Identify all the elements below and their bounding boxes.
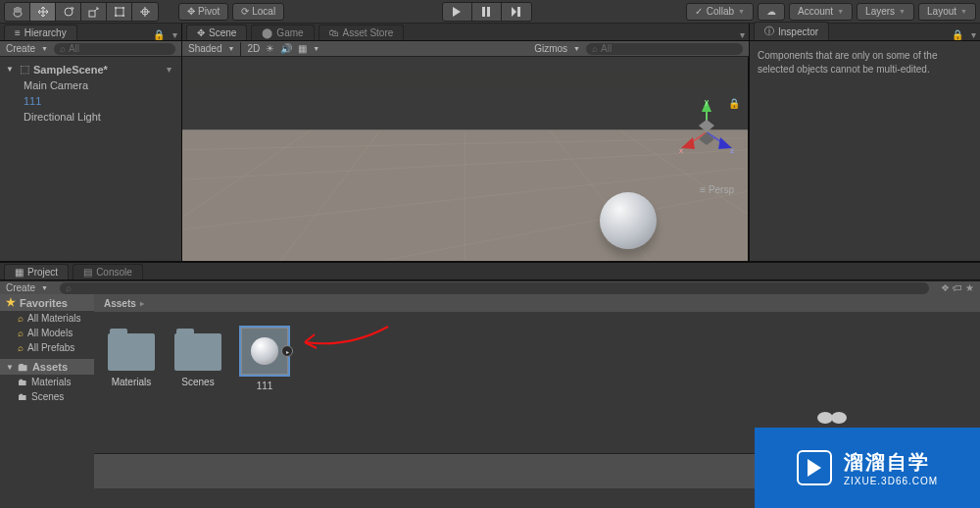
hierarchy-icon: ≡ bbox=[15, 27, 21, 38]
asset-scenes-folder[interactable]: Scenes bbox=[172, 328, 223, 437]
scene-menu-icon[interactable]: ▾ bbox=[736, 29, 749, 40]
open-prefab-icon[interactable]: ▸ bbox=[281, 345, 293, 357]
folder-scenes[interactable]: 🖿Scenes bbox=[0, 389, 94, 404]
favorites-header[interactable]: ★Favorites bbox=[0, 294, 94, 311]
store-icon: 🛍 bbox=[329, 27, 339, 38]
svg-point-0 bbox=[65, 8, 73, 16]
breadcrumb[interactable]: Assets ▸ bbox=[94, 294, 980, 312]
hierarchy-create-button[interactable]: Create bbox=[6, 43, 35, 54]
tag-icon[interactable]: 🏷 bbox=[953, 282, 962, 293]
svg-text:z: z bbox=[730, 146, 734, 155]
tab-project[interactable]: ▦Project bbox=[4, 264, 69, 279]
hierarchy-tree: ▼⬚SampleScene*▾ Main Camera 111 Directio… bbox=[0, 57, 181, 128]
pause-button[interactable] bbox=[472, 3, 502, 21]
pivot-group: ✥Pivot ⟳Local bbox=[178, 3, 288, 21]
account-dropdown[interactable]: Account▼ bbox=[789, 3, 853, 21]
inspector-lock-icon[interactable]: 🔒 bbox=[948, 29, 967, 40]
layers-label: Layers bbox=[865, 6, 895, 17]
shading-dropdown[interactable]: Shaded bbox=[188, 43, 221, 54]
2d-toggle[interactable]: 2D bbox=[247, 43, 260, 54]
project-icon: ▦ bbox=[15, 267, 24, 278]
gizmos-dropdown[interactable]: Gizmos bbox=[534, 43, 567, 54]
inspector-menu-icon[interactable]: ▾ bbox=[967, 29, 980, 40]
pivot-button[interactable]: ✥Pivot bbox=[178, 3, 228, 21]
layers-dropdown[interactable]: Layers▼ bbox=[857, 3, 914, 21]
svg-rect-9 bbox=[487, 7, 490, 17]
audio-toggle[interactable]: 🔊 bbox=[280, 43, 292, 54]
asset-prefab-111[interactable]: ▸ 111 bbox=[239, 328, 290, 437]
scale-tool[interactable] bbox=[81, 3, 107, 21]
sphere-object[interactable] bbox=[600, 192, 657, 249]
light-toggle[interactable]: ☀ bbox=[266, 43, 274, 54]
fav-all-models[interactable]: ⌕All Models bbox=[0, 326, 94, 340]
tab-asset-store[interactable]: 🛍Asset Store bbox=[318, 25, 405, 40]
console-icon: ▤ bbox=[83, 267, 92, 278]
gizmo-lock-icon[interactable]: 🔒 bbox=[728, 98, 740, 109]
scene-search[interactable]: ⌕All bbox=[586, 43, 743, 55]
folder-materials[interactable]: 🖿Materials bbox=[0, 375, 94, 389]
move-tool[interactable] bbox=[30, 3, 56, 21]
tab-hierarchy[interactable]: ≡Hierarchy bbox=[4, 25, 77, 40]
fx-toggle[interactable]: ▦ bbox=[298, 43, 307, 54]
scene-node[interactable]: ▼⬚SampleScene*▾ bbox=[0, 61, 181, 77]
svg-text:y: y bbox=[705, 98, 709, 106]
search-icon: ⌕ bbox=[592, 43, 598, 54]
perspective-label[interactable]: ≡ Persp bbox=[700, 184, 734, 195]
scene-viewport[interactable]: y x z 🔒 ≡ Persp bbox=[182, 57, 749, 261]
tree-item-camera[interactable]: Main Camera bbox=[0, 77, 181, 93]
folder-icon bbox=[174, 333, 221, 371]
play-controls bbox=[442, 2, 532, 22]
cloud-button[interactable]: ☁ bbox=[758, 3, 785, 21]
filter-icon[interactable]: ❖ bbox=[941, 282, 950, 293]
hierarchy-panel: ≡Hierarchy 🔒 ▾ Create▼ ⌕All ▼⬚SampleScen… bbox=[0, 24, 182, 261]
rect-tool[interactable] bbox=[107, 3, 132, 21]
fav-all-materials[interactable]: ⌕All Materials bbox=[0, 311, 94, 326]
asset-materials-folder[interactable]: Materials bbox=[106, 328, 157, 437]
local-button[interactable]: ⟳Local bbox=[232, 3, 284, 21]
layout-dropdown[interactable]: Layout▼ bbox=[918, 3, 976, 21]
game-icon: ⬤ bbox=[262, 27, 272, 38]
rotate-tool[interactable] bbox=[56, 3, 81, 21]
tree-item-light[interactable]: Directional Light bbox=[0, 109, 181, 125]
scene-panel: ✥Scene ⬤Game 🛍Asset Store ▾ Shaded▼ 2D ☀… bbox=[182, 24, 749, 261]
collab-label: Collab bbox=[707, 6, 734, 17]
transform-tools bbox=[4, 2, 159, 22]
tab-console[interactable]: ▤Console bbox=[73, 264, 143, 279]
svg-rect-12 bbox=[182, 90, 748, 129]
project-search[interactable]: ⌕ bbox=[60, 282, 929, 294]
svg-rect-2 bbox=[116, 8, 123, 16]
assets-header[interactable]: ▼🖿Assets bbox=[0, 359, 94, 375]
svg-point-35 bbox=[831, 412, 847, 424]
fav-all-prefabs[interactable]: ⌕All Prefabs bbox=[0, 340, 94, 355]
collab-dropdown[interactable]: ✓Collab▼ bbox=[686, 3, 754, 21]
svg-text:x: x bbox=[679, 146, 683, 155]
transform-tool[interactable] bbox=[132, 3, 158, 21]
inspector-panel: ⓘInspector 🔒 ▾ Components that are only … bbox=[749, 24, 980, 261]
cloud-icon: ☁ bbox=[766, 6, 776, 17]
orientation-gizmo[interactable]: y x z bbox=[677, 98, 736, 167]
unity-icon: ⬚ bbox=[20, 63, 29, 76]
hierarchy-menu-icon[interactable]: ▾ bbox=[169, 29, 181, 40]
play-button[interactable] bbox=[443, 3, 472, 21]
layout-label: Layout bbox=[927, 6, 956, 17]
project-create-button[interactable]: Create bbox=[6, 282, 35, 293]
step-button[interactable] bbox=[502, 3, 531, 21]
tab-inspector[interactable]: ⓘInspector bbox=[754, 22, 829, 40]
svg-marker-33 bbox=[699, 132, 714, 145]
hierarchy-title: Hierarchy bbox=[24, 27, 67, 38]
pivot-label: Pivot bbox=[198, 6, 220, 17]
hand-tool[interactable] bbox=[5, 3, 30, 21]
tree-item-111[interactable]: 111 bbox=[0, 93, 181, 109]
svg-marker-27 bbox=[681, 137, 695, 149]
hierarchy-lock-icon[interactable]: 🔒 bbox=[149, 29, 169, 40]
search-icon: ⌕ bbox=[66, 282, 72, 293]
star-icon[interactable]: ★ bbox=[965, 282, 974, 293]
main-toolbar: ✥Pivot ⟳Local ✓Collab▼ ☁ Account▼ Layers… bbox=[0, 0, 980, 24]
local-icon: ⟳ bbox=[241, 6, 249, 17]
tab-game[interactable]: ⬤Game bbox=[251, 25, 314, 40]
svg-marker-32 bbox=[699, 120, 714, 132]
inspector-message: Components that are only on some of the … bbox=[750, 41, 980, 84]
hierarchy-search[interactable]: ⌕All bbox=[54, 43, 175, 55]
decorative-icon bbox=[813, 408, 853, 424]
tab-scene[interactable]: ✥Scene bbox=[186, 25, 247, 40]
